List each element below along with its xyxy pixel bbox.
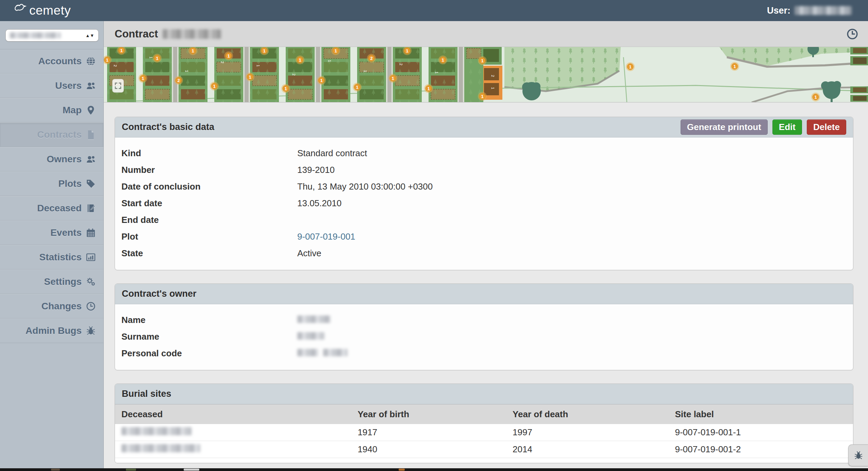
dove-logo-icon bbox=[12, 3, 27, 18]
file-icon bbox=[86, 130, 96, 140]
sidebar-item-accounts[interactable]: Accounts bbox=[0, 49, 103, 74]
sidebar-item-label: Admin Bugs bbox=[26, 325, 82, 336]
field-value-state: Active bbox=[297, 248, 321, 259]
svg-text:1: 1 bbox=[249, 75, 251, 80]
sidebar-item-label: Plots bbox=[59, 178, 82, 189]
redacted-personal-code bbox=[297, 349, 318, 356]
redacted-contract-number bbox=[163, 29, 221, 39]
map-plot-marker: 1 bbox=[353, 83, 362, 92]
svg-text:1: 1 bbox=[227, 53, 230, 59]
redacted-owner-name bbox=[297, 315, 331, 323]
dock-edge bbox=[0, 468, 868, 471]
svg-text:2: 2 bbox=[113, 65, 117, 67]
plot-link[interactable]: 9-007-019-001 bbox=[297, 231, 355, 242]
field-label-date-of-conclusion: Date of conclusion bbox=[115, 181, 297, 192]
clock-icon bbox=[86, 301, 96, 311]
svg-text:1: 1 bbox=[156, 56, 158, 61]
col-year-of-death: Year of death bbox=[506, 405, 668, 424]
svg-text:1: 1 bbox=[491, 87, 495, 89]
panel-owner: Contract's owner Name Surname Personal c… bbox=[115, 283, 853, 370]
map-plot-marker: 1 bbox=[317, 76, 326, 85]
sidebar-item-events[interactable]: Events bbox=[0, 221, 103, 245]
map-plot-marker: 1 bbox=[478, 92, 487, 101]
bug-report-button[interactable] bbox=[848, 444, 868, 466]
svg-text:1: 1 bbox=[328, 60, 332, 62]
sidebar-item-label: Users bbox=[55, 80, 82, 91]
redacted-owner-surname bbox=[297, 332, 324, 340]
field-value-date-of-conclusion: Thu, 13 May 2010 03:00:00 +0300 bbox=[297, 181, 433, 192]
cemetery-map[interactable]: 2112121121211111121111111121111111111 bbox=[104, 47, 868, 102]
book-icon bbox=[86, 203, 96, 213]
map-plot-marker: 1 bbox=[296, 55, 304, 64]
svg-text:2: 2 bbox=[399, 63, 403, 65]
sidebar-item-label: Changes bbox=[41, 301, 82, 312]
svg-text:1: 1 bbox=[106, 58, 108, 63]
sidebar-item-label: Events bbox=[50, 227, 82, 238]
svg-text:1: 1 bbox=[256, 65, 260, 67]
map-plot-marker: 1 bbox=[224, 51, 233, 60]
sidebar-item-label: Statistics bbox=[39, 252, 82, 263]
map-marker-icon bbox=[86, 105, 96, 115]
cell-year-of-birth: 1917 bbox=[351, 424, 506, 441]
brand-name: cemety bbox=[29, 3, 71, 18]
svg-text:1: 1 bbox=[441, 58, 444, 63]
sidebar-item-statistics[interactable]: Statistics bbox=[0, 245, 103, 270]
col-site-label: Site label bbox=[668, 405, 853, 424]
svg-text:1: 1 bbox=[141, 76, 144, 81]
burial-row[interactable]: 1940 2014 9-007-019-001-2 bbox=[115, 441, 853, 458]
select-arrows-icon: ▲▼ bbox=[85, 34, 94, 37]
svg-text:1: 1 bbox=[263, 48, 265, 53]
sidebar-item-users[interactable]: Users bbox=[0, 74, 103, 98]
sidebar-item-label: Map bbox=[63, 105, 82, 116]
field-label-state: State bbox=[115, 248, 297, 259]
calendar-icon bbox=[86, 228, 96, 238]
burial-row[interactable]: 1917 1997 9-007-019-001-1 bbox=[115, 424, 853, 441]
sidebar-item-label: Contracts bbox=[37, 129, 82, 140]
svg-text:2: 2 bbox=[370, 56, 372, 61]
svg-text:1: 1 bbox=[427, 86, 430, 91]
panel-basic-data: Contract's basic data Generate printout … bbox=[115, 117, 853, 270]
map-plot-marker: 1 bbox=[424, 84, 433, 93]
sidebar-item-contracts[interactable]: Contracts bbox=[0, 123, 103, 147]
field-label-plot: Plot bbox=[115, 231, 297, 242]
sidebar-item-label: Deceased bbox=[37, 203, 82, 214]
bar-chart-icon bbox=[86, 252, 96, 262]
brand[interactable]: cemety bbox=[12, 3, 71, 18]
history-clock-icon[interactable] bbox=[846, 28, 858, 40]
cell-year-of-death: 2014 bbox=[506, 441, 668, 458]
sidebar-item-plots[interactable]: Plots bbox=[0, 172, 103, 196]
panel-owner-title: Contract's owner bbox=[122, 289, 196, 299]
cemetery-map-svg: 2112121121211111121111111121111111111 bbox=[104, 47, 868, 102]
sidebar-item-changes[interactable]: Changes bbox=[0, 294, 103, 319]
generate-printout-button[interactable]: Generate printout bbox=[681, 119, 768, 135]
bug-icon bbox=[86, 326, 96, 336]
svg-text:2: 2 bbox=[292, 74, 296, 76]
sidebar-item-owners[interactable]: Owners bbox=[0, 147, 103, 172]
map-plot-marker: 1 bbox=[626, 62, 635, 71]
sidebar-item-admin-bugs[interactable]: Admin Bugs bbox=[0, 319, 103, 343]
map-plot-marker: 1 bbox=[281, 84, 290, 93]
map-fullscreen-button[interactable] bbox=[112, 79, 124, 93]
top-navbar: cemety User: bbox=[0, 0, 868, 21]
content-scroll-area: Contract's basic data Generate printout … bbox=[104, 102, 868, 471]
svg-text:1: 1 bbox=[334, 48, 337, 53]
svg-text:1: 1 bbox=[284, 86, 287, 91]
field-label-personal-code: Personal code bbox=[115, 348, 297, 359]
svg-text:1: 1 bbox=[733, 64, 736, 69]
cemetery-select[interactable]: ▲▼ bbox=[5, 29, 99, 42]
burial-sites-table: Deceased Year of birth Year of death Sit… bbox=[115, 404, 853, 458]
field-label-surname: Surname bbox=[115, 331, 297, 342]
svg-text:1: 1 bbox=[213, 84, 215, 89]
edit-button[interactable]: Edit bbox=[772, 119, 802, 135]
svg-text:1: 1 bbox=[481, 94, 483, 99]
delete-button[interactable]: Delete bbox=[807, 119, 846, 135]
svg-text:1: 1 bbox=[191, 48, 194, 53]
field-label-name: Name bbox=[115, 315, 297, 325]
field-label-number: Number bbox=[115, 165, 297, 175]
sidebar-item-deceased[interactable]: Deceased bbox=[0, 196, 103, 221]
svg-text:1: 1 bbox=[320, 78, 322, 83]
panel-basic-title: Contract's basic data bbox=[122, 122, 214, 132]
sidebar-item-settings[interactable]: Settings bbox=[0, 270, 103, 294]
map-plot-marker: 1 bbox=[730, 62, 739, 71]
sidebar-item-map[interactable]: Map bbox=[0, 98, 103, 123]
